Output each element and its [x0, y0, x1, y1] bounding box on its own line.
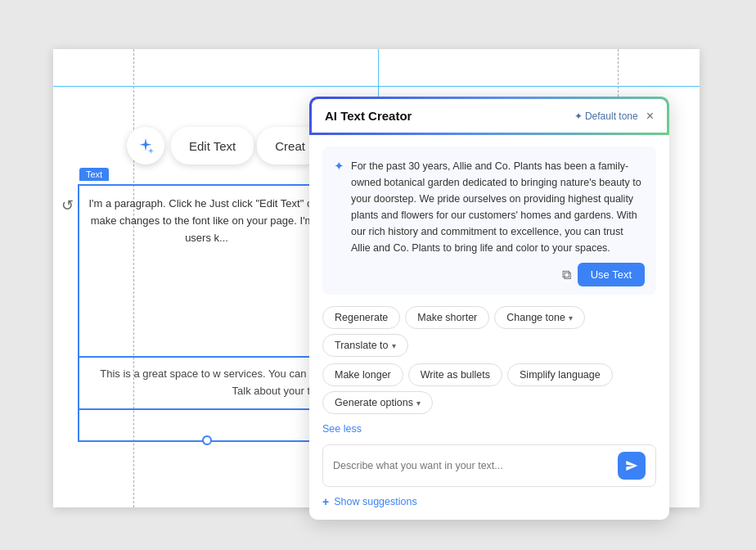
generate-options-button[interactable]: Generate options ▾ — [322, 391, 433, 414]
send-button[interactable] — [618, 452, 646, 480]
text-actions: ⧉ Use Text — [334, 263, 645, 286]
generated-text-box: ✦ For the past 30 years, Allie and Co. P… — [322, 147, 656, 295]
ai-text-creator-panel: AI Text Creator ✦ Default tone × ✦ For t… — [309, 97, 669, 520]
undo-icon[interactable]: ↺ — [61, 196, 74, 214]
make-longer-button[interactable]: Make longer — [322, 363, 403, 386]
text-block-label: Text — [79, 168, 109, 181]
show-suggestions-row[interactable]: + Show suggestions — [322, 495, 656, 508]
show-suggestions-label: Show suggestions — [334, 496, 416, 507]
change-tone-label: Change tone — [506, 312, 565, 323]
chevron-down-icon: ▾ — [569, 313, 573, 322]
regenerate-button[interactable]: Regenerate — [322, 306, 400, 329]
prompt-input[interactable] — [333, 460, 611, 471]
action-buttons-row-2: Make longer Write as bullets Simplify la… — [322, 363, 656, 414]
default-tone-button[interactable]: ✦ Default tone — [574, 110, 638, 122]
translate-to-button[interactable]: Translate to ▾ — [322, 334, 408, 357]
panel-header-actions: ✦ Default tone × — [574, 110, 654, 123]
make-shorter-button[interactable]: Make shorter — [405, 306, 489, 329]
send-icon — [625, 459, 638, 472]
edit-text-button[interactable]: Edit Text — [171, 127, 254, 165]
action-buttons-row-1: Regenerate Make shorter Change tone ▾ Tr… — [322, 306, 656, 357]
simplify-language-button[interactable]: Simplify language — [507, 363, 613, 386]
see-less-button[interactable]: See less — [322, 422, 362, 436]
generated-text-header: ✦ For the past 30 years, Allie and Co. P… — [334, 158, 645, 256]
panel-header-inner: AI Text Creator ✦ Default tone × — [312, 99, 667, 133]
prompt-input-row — [322, 444, 656, 487]
default-tone-label: ✦ Default tone — [574, 110, 638, 122]
text-block-content: I'm a paragraph. Click he Just click "Ed… — [79, 186, 334, 256]
chevron-down-icon-3: ▾ — [416, 399, 421, 408]
panel-body: ✦ For the past 30 years, Allie and Co. P… — [309, 135, 669, 520]
translate-to-label: Translate to — [335, 340, 389, 351]
use-text-button[interactable]: Use Text — [578, 263, 645, 286]
copy-icon: ⧉ — [562, 268, 571, 282]
change-tone-button[interactable]: Change tone ▾ — [494, 306, 585, 329]
spark-icon: ✦ — [334, 159, 344, 174]
toolbar: Edit Text Creat — [127, 127, 326, 165]
close-button[interactable]: × — [646, 110, 654, 123]
generated-text: For the past 30 years, Allie and Co. Pla… — [351, 158, 645, 256]
panel-title: AI Text Creator — [325, 109, 412, 123]
panel-header-gradient: AI Text Creator ✦ Default tone × — [309, 97, 669, 135]
write-as-bullets-button[interactable]: Write as bullets — [408, 363, 502, 386]
plus-icon: + — [322, 495, 329, 508]
copy-button[interactable]: ⧉ — [562, 268, 571, 282]
resize-handle-bottom[interactable] — [202, 435, 212, 445]
generate-options-label: Generate options — [335, 397, 413, 408]
chevron-down-icon-2: ▾ — [392, 341, 396, 350]
ai-sparkle-button[interactable] — [127, 127, 164, 165]
